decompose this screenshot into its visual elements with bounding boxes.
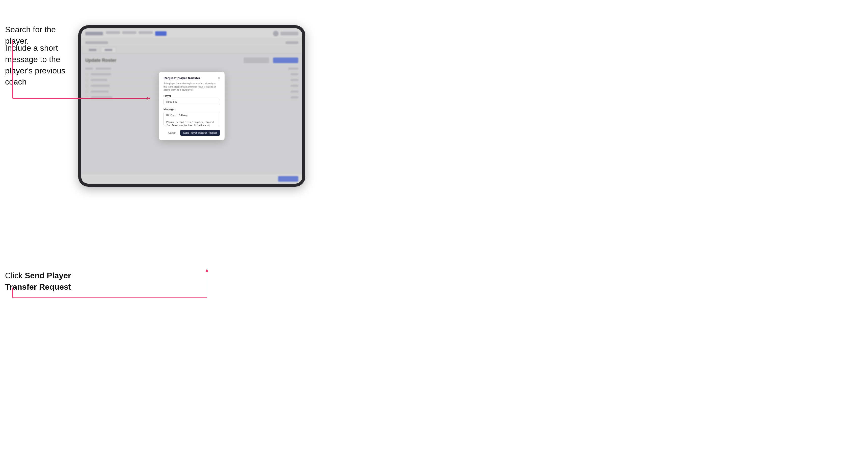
message-label: Message	[163, 108, 220, 111]
close-icon[interactable]: ×	[218, 76, 220, 80]
modal-header: Request player transfer ×	[163, 76, 220, 80]
annotation-click: Click Send Player Transfer Request	[5, 270, 73, 293]
modal-title: Request player transfer	[163, 76, 200, 80]
send-player-transfer-request-button[interactable]: Send Player Transfer Request	[180, 130, 220, 136]
tablet-screen: Update Roster	[81, 28, 302, 184]
request-player-transfer-modal: Request player transfer × If the player …	[159, 72, 224, 140]
player-label: Player	[163, 95, 220, 97]
annotation-message: Include a short message to the player's …	[5, 42, 73, 88]
modal-overlay: Request player transfer × If the player …	[81, 28, 302, 184]
tablet-frame: Update Roster	[78, 25, 305, 187]
message-textarea[interactable]: Hi Coach McHarg, Please accept this tran…	[163, 112, 220, 126]
cancel-button[interactable]: Cancel	[166, 130, 178, 135]
modal-footer: Cancel Send Player Transfer Request	[163, 130, 220, 136]
player-input[interactable]	[163, 99, 220, 105]
svg-marker-6	[206, 269, 208, 272]
modal-description: If the player is transferring from anoth…	[163, 82, 220, 92]
